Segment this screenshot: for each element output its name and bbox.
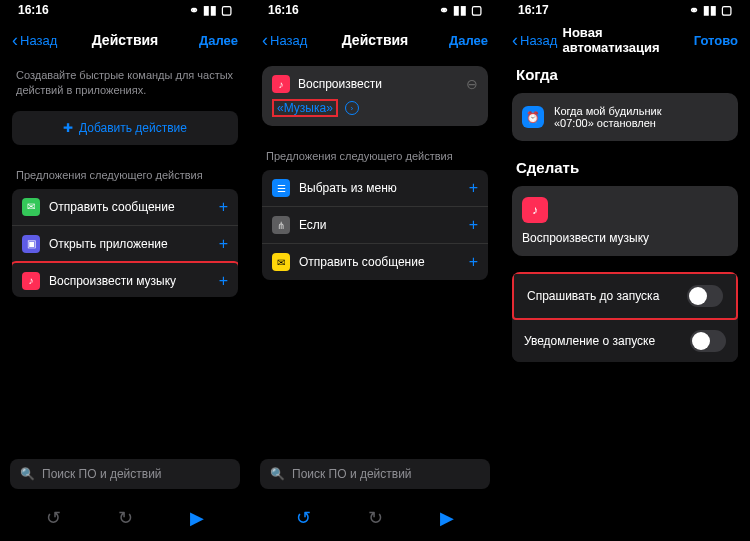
plus-icon: ✚ bbox=[63, 121, 73, 135]
content-area: Когда ⏰ Когда мой будильник «07:00» оста… bbox=[500, 60, 750, 362]
search-icon: 🔍 bbox=[20, 467, 35, 481]
suggestion-label: Если bbox=[299, 218, 327, 232]
add-icon: + bbox=[469, 179, 478, 197]
do-label: Воспроизвести музыку bbox=[522, 231, 728, 245]
back-button[interactable]: ‹ Назад bbox=[262, 31, 307, 49]
status-bar: 16:16 ⚭ ▮▮ ▢ bbox=[250, 0, 500, 20]
chevron-left-icon: ‹ bbox=[262, 31, 268, 49]
add-icon: + bbox=[469, 216, 478, 234]
if-icon: ⋔ bbox=[272, 216, 290, 234]
back-label: Назад bbox=[20, 33, 57, 48]
play-button[interactable]: ▶ bbox=[190, 507, 204, 529]
battery-icon: ▢ bbox=[221, 3, 232, 17]
link-icon: ⚭ bbox=[189, 3, 199, 17]
back-button[interactable]: ‹ Назад bbox=[12, 31, 57, 49]
cell-icon: ▮▮ bbox=[703, 3, 717, 17]
notify-on-run-toggle[interactable]: Уведомление о запуске bbox=[512, 320, 738, 362]
do-action-card[interactable]: ♪ Воспроизвести музыку bbox=[512, 186, 738, 256]
suggestion-label: Открыть приложение bbox=[49, 237, 168, 251]
status-icons: ⚭ ▮▮ ▢ bbox=[189, 3, 232, 17]
suggestions-list: ✉ Отправить сообщение + ▣ Открыть прилож… bbox=[12, 189, 238, 297]
search-input[interactable]: 🔍 Поиск ПО и действий bbox=[260, 459, 490, 489]
toolbar: ↺ ↻ ▶ bbox=[0, 507, 250, 529]
toggle-label: Спрашивать до запуска bbox=[527, 289, 659, 303]
add-icon: + bbox=[219, 272, 228, 290]
chevron-left-icon: ‹ bbox=[12, 31, 18, 49]
add-action-button[interactable]: ✚ Добавить действие bbox=[12, 111, 238, 145]
suggestion-if[interactable]: ⋔ Если + bbox=[262, 207, 488, 244]
close-icon[interactable]: ⊖ bbox=[466, 76, 478, 92]
chevron-left-icon: ‹ bbox=[512, 31, 518, 49]
screen-2: 16:16 ⚭ ▮▮ ▢ ‹ Назад Действия Далее ⊖ ♪ … bbox=[250, 0, 500, 541]
switch-off[interactable] bbox=[687, 285, 723, 307]
suggestion-label: Отправить сообщение bbox=[299, 255, 425, 269]
suggestion-label: Выбрать из меню bbox=[299, 181, 397, 195]
back-label: Назад bbox=[270, 33, 307, 48]
back-label: Назад bbox=[520, 33, 557, 48]
when-condition-card[interactable]: ⏰ Когда мой будильник «07:00» остановлен bbox=[512, 93, 738, 141]
next-button[interactable]: Далее bbox=[449, 33, 488, 48]
link-icon: ⚭ bbox=[439, 3, 449, 17]
play-button[interactable]: ▶ bbox=[440, 507, 454, 529]
toolbar: ↺ ↻ ▶ bbox=[250, 507, 500, 529]
menu-icon: ☰ bbox=[272, 179, 290, 197]
add-icon: + bbox=[469, 253, 478, 271]
suggestion-send-message[interactable]: ✉ Отправить сообщение + bbox=[262, 244, 488, 280]
search-placeholder: Поиск ПО и действий bbox=[42, 467, 162, 481]
redo-button[interactable]: ↻ bbox=[368, 507, 383, 529]
music-icon: ♪ bbox=[272, 75, 290, 93]
link-icon: ⚭ bbox=[689, 3, 699, 17]
cell-icon: ▮▮ bbox=[453, 3, 467, 17]
ask-before-run-toggle[interactable]: Спрашивать до запуска bbox=[515, 275, 735, 317]
screen-1: 16:16 ⚭ ▮▮ ▢ ‹ Назад Действия Далее Созд… bbox=[0, 0, 250, 541]
alarm-icon: ⏰ bbox=[522, 106, 544, 128]
suggestion-label: Отправить сообщение bbox=[49, 200, 175, 214]
message-icon: ✉ bbox=[272, 253, 290, 271]
next-button[interactable]: Далее bbox=[199, 33, 238, 48]
page-title: Новая автоматизация bbox=[563, 25, 688, 55]
hint-text: Создавайте быстрые команды для частых де… bbox=[12, 60, 238, 111]
suggestion-label: Воспроизвести музыку bbox=[49, 274, 176, 288]
action-param[interactable]: «Музыка» › bbox=[272, 99, 359, 117]
suggestion-play-music[interactable]: ♪ Воспроизвести музыку + bbox=[12, 261, 238, 297]
add-icon: + bbox=[219, 198, 228, 216]
action-row: ♪ Воспроизвести bbox=[272, 75, 478, 93]
status-time: 16:16 bbox=[268, 3, 299, 17]
screen-3: 16:17 ⚭ ▮▮ ▢ ‹ Назад Новая автоматизация… bbox=[500, 0, 750, 541]
toggle-group: Спрашивать до запуска Уведомление о запу… bbox=[512, 272, 738, 362]
message-icon: ✉ bbox=[22, 198, 40, 216]
nav-bar: ‹ Назад Действия Далее bbox=[250, 20, 500, 60]
undo-button[interactable]: ↺ bbox=[296, 507, 311, 529]
page-title: Действия bbox=[342, 32, 409, 48]
done-button[interactable]: Готово bbox=[694, 33, 738, 48]
do-header: Сделать bbox=[512, 141, 738, 186]
suggestions-list: ☰ Выбрать из меню + ⋔ Если + ✉ Отправить… bbox=[262, 170, 488, 280]
music-icon: ♪ bbox=[522, 197, 548, 223]
redo-button[interactable]: ↻ bbox=[118, 507, 133, 529]
search-input[interactable]: 🔍 Поиск ПО и действий bbox=[10, 459, 240, 489]
switch-off[interactable] bbox=[690, 330, 726, 352]
status-icons: ⚭ ▮▮ ▢ bbox=[439, 3, 482, 17]
app-icon: ▣ bbox=[22, 235, 40, 253]
battery-icon: ▢ bbox=[471, 3, 482, 17]
when-header: Когда bbox=[512, 60, 738, 93]
status-bar: 16:16 ⚭ ▮▮ ▢ bbox=[0, 0, 250, 20]
action-title: Воспроизвести bbox=[298, 77, 382, 91]
nav-bar: ‹ Назад Новая автоматизация Готово bbox=[500, 20, 750, 60]
undo-button[interactable]: ↺ bbox=[46, 507, 61, 529]
search-icon: 🔍 bbox=[270, 467, 285, 481]
highlight-box: Спрашивать до запуска bbox=[512, 272, 738, 320]
status-bar: 16:17 ⚭ ▮▮ ▢ bbox=[500, 0, 750, 20]
content-area: ⊖ ♪ Воспроизвести «Музыка» › Предложения… bbox=[250, 66, 500, 280]
suggestion-send-message[interactable]: ✉ Отправить сообщение + bbox=[12, 189, 238, 226]
suggestion-choose-menu[interactable]: ☰ Выбрать из меню + bbox=[262, 170, 488, 207]
search-placeholder: Поиск ПО и действий bbox=[292, 467, 412, 481]
action-card[interactable]: ⊖ ♪ Воспроизвести «Музыка» › bbox=[262, 66, 488, 126]
add-action-label: Добавить действие bbox=[79, 121, 187, 135]
page-title: Действия bbox=[92, 32, 159, 48]
status-time: 16:17 bbox=[518, 3, 549, 17]
suggestions-header: Предложения следующего действия bbox=[262, 126, 488, 170]
battery-icon: ▢ bbox=[721, 3, 732, 17]
suggestion-open-app[interactable]: ▣ Открыть приложение + bbox=[12, 226, 238, 263]
back-button[interactable]: ‹ Назад bbox=[512, 31, 557, 49]
